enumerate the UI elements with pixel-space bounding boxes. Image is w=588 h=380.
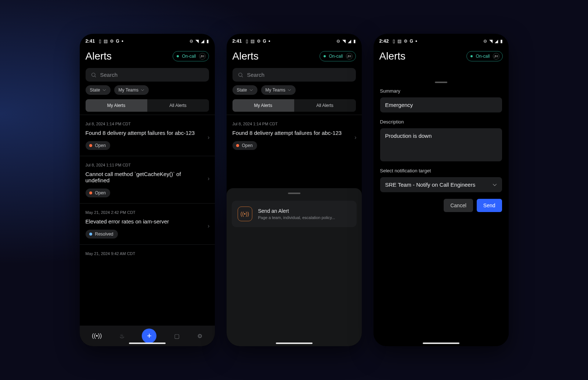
sim-icon: ▤ — [397, 39, 401, 44]
summary-label: Summary — [380, 88, 502, 94]
chevron-right-icon: › — [354, 134, 356, 141]
alert-item[interactable]: Jul 8, 2024 1:14 PM CDT Found 8 delivery… — [227, 115, 362, 156]
search-input[interactable] — [232, 68, 356, 82]
oncall-badge[interactable]: On-call JH — [173, 51, 209, 61]
status-badge: Resolved — [86, 230, 118, 239]
battery-icon: ▮ — [353, 39, 356, 44]
target-value: SRE Team - Notify on Call Engineers — [385, 182, 476, 188]
status-label: Resolved — [95, 232, 113, 237]
chip-label: My Teams — [266, 87, 285, 93]
phone-screen-3: 2:42 ▯ ▤ ⚙ G • ⊖ ◥ ◢ ▮ Alerts On-call JH… — [374, 34, 509, 346]
alert-item[interactable]: Jul 8, 2024 1:11 PM CDT Cannot call meth… — [80, 156, 215, 203]
status-bar: 2:42 ▯ ▤ ⚙ G • ⊖ ◥ ◢ ▮ — [374, 34, 509, 46]
status-dot-icon — [89, 191, 92, 194]
alert-title: Cannot call method `getCacheKey()` of un… — [86, 171, 209, 183]
oncall-badge[interactable]: On-call JH — [466, 51, 502, 61]
summary-input[interactable]: Emergency — [380, 97, 502, 112]
alert-title: Found 8 delivery attempt failures for ab… — [232, 130, 356, 136]
oncall-label: On-call — [329, 54, 343, 59]
filter-state[interactable]: State — [232, 85, 257, 95]
send-alert-button[interactable]: ((•)) Send an Alert Page a team, individ… — [232, 201, 357, 227]
alert-list[interactable]: Jul 8, 2024 1:14 PM CDT Found 8 delivery… — [80, 115, 215, 326]
phone-screen-2: 2:41 ▯ ▤ ⚙ G • ⊖ ◥ ◢ ▮ Alerts On-call JH… — [227, 34, 362, 346]
search-field[interactable] — [100, 72, 204, 78]
alert-item[interactable]: Jul 8, 2024 1:14 PM CDT Found 8 delivery… — [80, 115, 215, 156]
signal-icon: ◢ — [495, 39, 498, 44]
page-title: Alerts — [86, 50, 112, 62]
sheet-subtitle: Page a team, individual, escalation poli… — [258, 215, 335, 220]
chevron-right-icon: › — [208, 175, 209, 182]
svg-point-0 — [91, 73, 95, 76]
header: Alerts On-call JH — [80, 46, 215, 65]
status-dot-icon — [89, 233, 92, 236]
status-dot-icon — [236, 144, 239, 147]
search-input[interactable] — [86, 68, 209, 82]
oncall-label: On-call — [476, 54, 490, 59]
home-indicator[interactable] — [276, 343, 313, 344]
alert-item[interactable]: May 21, 2024 9:42 AM CDT — [80, 244, 215, 256]
alert-time: Jul 8, 2024 1:14 PM CDT — [232, 122, 356, 126]
chevron-down-icon — [288, 88, 291, 92]
tab-my-alerts[interactable]: My Alerts — [232, 99, 294, 112]
cancel-button[interactable]: Cancel — [444, 199, 473, 212]
alert-tabs: My Alerts All Alerts — [86, 99, 209, 112]
fab-add[interactable]: + — [142, 329, 156, 343]
sheet-title: Send an Alert — [258, 208, 335, 214]
chevron-down-icon — [493, 183, 497, 187]
sheet-handle[interactable] — [288, 193, 300, 194]
dnd-icon: ⊖ — [190, 39, 193, 44]
chevron-down-icon — [102, 88, 106, 92]
filter-state[interactable]: State — [86, 85, 111, 95]
wifi-icon: ◥ — [489, 39, 493, 44]
send-button[interactable]: Send — [477, 199, 502, 212]
wifi-icon: ◥ — [342, 39, 346, 44]
chip-label: My Teams — [119, 87, 138, 93]
alert-time: Jul 8, 2024 1:11 PM CDT — [86, 163, 209, 167]
tab-all-alerts[interactable]: All Alerts — [294, 99, 356, 112]
nav-alerts-icon[interactable]: ((•)) — [92, 333, 102, 339]
home-indicator[interactable] — [423, 343, 459, 344]
battery-icon: ▮ — [206, 39, 209, 44]
nav-fire-icon[interactable]: ♨ — [119, 333, 125, 340]
alert-title: Found 8 delivery attempt failures for ab… — [86, 130, 209, 136]
nav-settings-icon[interactable]: ⚙ — [197, 333, 202, 340]
oncall-badge[interactable]: On-call JH — [320, 51, 356, 61]
alert-title: Elevated error rates on iam-server — [86, 218, 209, 225]
tab-all-alerts[interactable]: All Alerts — [147, 99, 209, 112]
chevron-right-icon: › — [208, 134, 209, 141]
svg-line-1 — [95, 76, 96, 77]
filter-teams[interactable]: My Teams — [261, 85, 296, 95]
chip-label: State — [237, 87, 247, 93]
alert-item[interactable]: May 21, 2024 2:42 PM CDT Elevated error … — [80, 203, 215, 244]
description-input[interactable]: Production is down — [380, 128, 502, 161]
search-icon — [91, 72, 97, 78]
page-title: Alerts — [232, 50, 259, 62]
page-title: Alerts — [379, 50, 406, 62]
sheet-handle[interactable] — [435, 82, 447, 83]
tab-my-alerts[interactable]: My Alerts — [86, 99, 147, 112]
bulb-icon: ⚙ — [404, 39, 408, 44]
search-icon — [238, 72, 244, 78]
brand-icon: G — [116, 39, 119, 44]
target-select[interactable]: SRE Team - Notify on Call Engineers — [380, 177, 502, 192]
status-badge: Open — [232, 141, 257, 150]
home-indicator[interactable] — [129, 343, 166, 344]
filter-teams[interactable]: My Teams — [114, 85, 149, 95]
action-sheet[interactable]: ((•)) Send an Alert Page a team, individ… — [227, 188, 362, 346]
svg-point-2 — [238, 73, 242, 76]
nav-calendar-icon[interactable]: ▢ — [174, 333, 180, 340]
svg-line-3 — [242, 76, 243, 77]
dnd-icon: ⊖ — [336, 39, 340, 44]
clock-label: 2:42 — [379, 38, 389, 44]
card-icon: ▯ — [246, 39, 248, 44]
card-icon: ▯ — [393, 39, 395, 44]
alert-tabs: My Alerts All Alerts — [232, 99, 356, 112]
phone-screen-1: 2:41 ▯ ▤ ⚙ G • ⊖ ◥ ◢ ▮ Alerts On-call JH… — [80, 34, 215, 346]
alert-time: May 21, 2024 2:42 PM CDT — [86, 210, 209, 215]
status-badge: Open — [86, 189, 110, 197]
more-icon: • — [268, 39, 270, 44]
search-field[interactable] — [247, 72, 351, 78]
description-label: Description — [380, 119, 502, 125]
sim-icon: ▤ — [104, 39, 108, 44]
wifi-icon: ◥ — [195, 39, 199, 44]
